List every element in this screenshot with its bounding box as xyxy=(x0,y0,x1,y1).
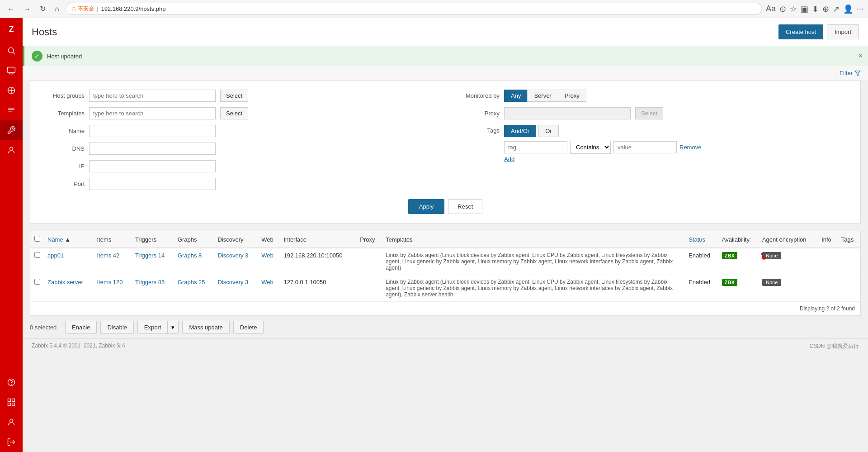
back-button[interactable]: ← xyxy=(5,4,17,14)
tags-and-or-button[interactable]: And/Or xyxy=(504,125,536,137)
web-link[interactable]: Web xyxy=(261,279,274,285)
more-button[interactable]: ··· xyxy=(857,4,863,14)
ip-input[interactable] xyxy=(89,160,216,172)
header-checkbox-col xyxy=(30,231,44,248)
filter-dns-row: DNS xyxy=(44,143,432,155)
monitored-by-proxy[interactable]: Proxy xyxy=(558,90,586,102)
triggers-link[interactable]: Triggers 14 xyxy=(135,252,165,259)
content-area: ✓ Host updated × Filter Host groups xyxy=(23,46,868,452)
discovery-link[interactable]: Discovery 3 xyxy=(217,279,248,285)
table-body: app01 Items 42 Triggers 14 Graphs 8 Disc… xyxy=(30,248,860,302)
triggers-link[interactable]: Triggers 85 xyxy=(135,279,165,285)
filter-monitored-by-row: Monitored by Any Server Proxy xyxy=(459,90,847,102)
host-groups-input[interactable] xyxy=(89,90,216,102)
header-tags: Tags xyxy=(838,231,860,248)
row-agent-encryption: None xyxy=(759,248,818,275)
sidebar-item-inventory[interactable] xyxy=(0,81,23,100)
sidebar-item-monitoring[interactable] xyxy=(0,61,23,81)
name-sort-link[interactable]: Name xyxy=(47,236,63,243)
sidebar-item-logout[interactable] xyxy=(0,432,23,452)
filter-proxy-row: Proxy Select xyxy=(459,107,847,119)
row-items: Items 42 xyxy=(93,248,131,275)
monitored-by-any[interactable]: Any xyxy=(504,90,527,102)
status-value: Enabled xyxy=(689,279,710,285)
graphs-link[interactable]: Graphs 8 xyxy=(178,252,202,259)
notification-close-button[interactable]: × xyxy=(859,52,863,60)
notification-bar: ✓ Host updated × xyxy=(23,46,868,66)
web-link[interactable]: Web xyxy=(261,252,274,259)
hosts-table-container: Name ▲ Items Triggers Graphs Discovery W… xyxy=(30,231,861,316)
selected-count: 0 selected xyxy=(30,324,61,331)
mass-update-button[interactable]: Mass update xyxy=(182,321,229,334)
refresh-button[interactable]: ↻ xyxy=(37,4,48,14)
sidebar-item-search[interactable] xyxy=(0,41,23,61)
profile-icon[interactable]: 👤 xyxy=(843,4,853,14)
encryption-badge: None xyxy=(762,252,781,259)
tag-value-input[interactable] xyxy=(613,141,677,153)
row-discovery: Discovery 3 xyxy=(214,275,258,302)
apply-button[interactable]: Apply xyxy=(408,199,445,214)
extension-icon[interactable]: ⊕ xyxy=(822,4,829,14)
row-checkbox[interactable] xyxy=(34,279,40,285)
host-name-link[interactable]: app01 xyxy=(47,252,64,259)
export-button[interactable]: Export xyxy=(137,321,168,334)
graphs-link[interactable]: Graphs 25 xyxy=(178,279,205,285)
templates-label: Templates xyxy=(44,110,85,117)
export-dropdown-button[interactable]: ▾ xyxy=(168,321,179,334)
row-checkbox[interactable] xyxy=(34,252,40,258)
items-link[interactable]: Items 42 xyxy=(97,252,119,259)
port-input[interactable] xyxy=(89,178,216,190)
header-status: Status xyxy=(685,231,718,248)
sidebar-item-user[interactable] xyxy=(0,412,23,432)
download-icon[interactable]: ⬇ xyxy=(812,4,819,14)
tags-or-button[interactable]: Or xyxy=(538,125,558,137)
bookmark-icon[interactable]: ☆ xyxy=(790,4,797,14)
header-proxy: Proxy xyxy=(356,231,382,248)
reader-icon[interactable]: ⊙ xyxy=(779,4,786,14)
collections-icon[interactable]: ▣ xyxy=(801,4,808,14)
row-status: Enabled xyxy=(685,248,718,275)
name-input[interactable] xyxy=(89,125,216,137)
sidebar: Z xyxy=(0,18,23,452)
share-icon[interactable]: ↗ xyxy=(833,4,840,14)
items-link[interactable]: Items 120 xyxy=(97,279,123,285)
row-interface: 192.168.220.10:10050 xyxy=(280,248,356,275)
discovery-link[interactable]: Discovery 3 xyxy=(217,252,248,259)
sidebar-item-configuration[interactable] xyxy=(0,120,23,140)
sidebar-item-integrations[interactable] xyxy=(0,392,23,412)
filter-host-groups-row: Host groups Select xyxy=(44,90,432,102)
templates-select-button[interactable]: Select xyxy=(220,107,248,119)
sidebar-item-administration[interactable] xyxy=(0,140,23,160)
address-bar[interactable]: ⚠ 不安全 | 192.168.220.9/hosts.php xyxy=(66,3,762,15)
sidebar-item-support[interactable] xyxy=(0,372,23,392)
reset-button[interactable]: Reset xyxy=(448,199,482,214)
tag-name-input[interactable] xyxy=(504,141,567,153)
delete-button[interactable]: Delete xyxy=(233,321,264,334)
host-name-link[interactable]: Zabbix server xyxy=(47,279,83,285)
import-button[interactable]: Import xyxy=(827,24,859,39)
sidebar-item-reports[interactable] xyxy=(0,100,23,120)
tag-add-link[interactable]: Add xyxy=(504,156,701,162)
templates-input[interactable] xyxy=(89,107,216,119)
availability-badge: ZBX xyxy=(722,252,737,259)
monitored-by-server[interactable]: Server xyxy=(527,90,557,102)
svg-rect-15 xyxy=(8,403,11,406)
forward-button[interactable]: → xyxy=(21,4,33,14)
tag-condition-select[interactable]: Contains xyxy=(570,141,611,154)
browser-chrome: ← → ↻ ⌂ ⚠ 不安全 | 192.168.220.9/hosts.php … xyxy=(0,0,868,18)
translate-icon[interactable]: Aa xyxy=(766,4,776,14)
row-tags xyxy=(838,275,860,302)
tag-remove-link[interactable]: Remove xyxy=(679,144,701,151)
dns-input[interactable] xyxy=(89,143,216,155)
host-groups-select-button[interactable]: Select xyxy=(220,90,248,102)
filter-toggle[interactable]: Filter xyxy=(840,70,861,76)
disable-button[interactable]: Disable xyxy=(100,321,133,334)
sort-indicator: ▲ xyxy=(65,236,71,243)
table-header-row: Name ▲ Items Triggers Graphs Discovery W… xyxy=(30,231,860,248)
enable-button[interactable]: Enable xyxy=(65,321,97,334)
create-host-button[interactable]: Create host xyxy=(778,24,823,39)
select-all-checkbox[interactable] xyxy=(34,236,40,242)
sidebar-logo[interactable]: Z xyxy=(0,18,23,41)
home-button[interactable]: ⌂ xyxy=(52,4,62,14)
proxy-select-button[interactable]: Select xyxy=(635,107,663,119)
